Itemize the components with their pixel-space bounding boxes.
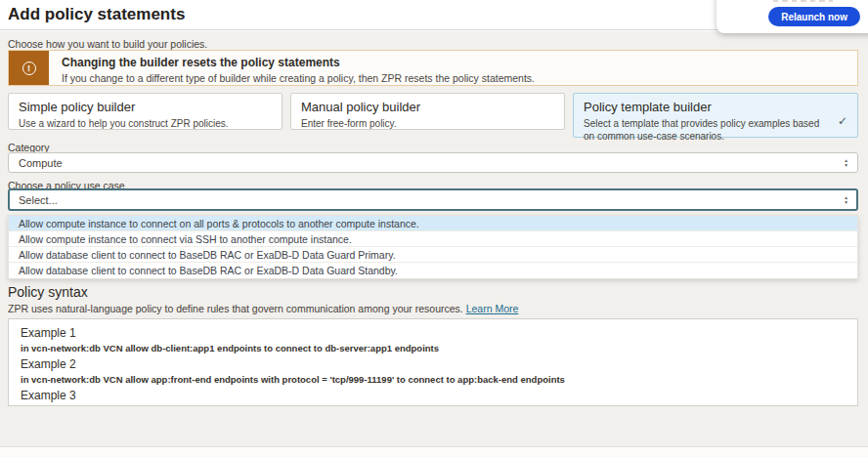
- caret-down-icon: ▾: [845, 200, 847, 205]
- warning-title: Changing the builder resets the policy s…: [62, 56, 535, 69]
- add-policy-statements-page: Add policy statements Choose how you wan…: [0, 0, 868, 457]
- check-icon: ✓: [838, 114, 847, 128]
- use-case-option-2[interactable]: Allow compute instance to connect via SS…: [9, 231, 857, 247]
- use-case-option-1[interactable]: Allow compute instance to connect on all…: [9, 216, 857, 231]
- card-simple-policy-builder[interactable]: Simple policy builder Use a wizard to he…: [8, 93, 282, 130]
- relaunch-popup: Relaunch now: [716, 0, 868, 33]
- popup-clipped-text: [773, 0, 833, 2]
- policy-syntax-description-text: ZPR uses natural-language policy to defi…: [8, 303, 463, 314]
- card-manual-policy-builder[interactable]: Manual policy builder Enter free-form po…: [290, 93, 565, 130]
- policy-examples-box: Example 1 in vcn-network:db VCN allow db…: [8, 318, 858, 406]
- card-policy-template-builder[interactable]: Policy template builder Select a templat…: [573, 93, 858, 138]
- bottom-strip: [0, 446, 868, 457]
- use-case-option-3[interactable]: Allow database client to connect to Base…: [9, 247, 857, 263]
- card-title: Simple policy builder: [19, 100, 272, 114]
- warning-icon: !: [22, 62, 36, 75]
- warning-banner: ! Changing the builder resets the policy…: [8, 50, 858, 86]
- page-title: Add policy statements: [8, 5, 185, 24]
- policy-syntax-heading: Policy syntax: [8, 284, 88, 300]
- category-select-value: Compute: [19, 157, 63, 169]
- card-description: Use a wizard to help you construct ZPR p…: [19, 118, 272, 131]
- use-case-select-placeholder: Select...: [19, 194, 58, 206]
- example-statement: in vcn-network:db VCN allow app:front-en…: [21, 374, 846, 385]
- example-label: Example 3: [21, 389, 846, 402]
- use-case-dropdown: Allow compute instance to connect on all…: [8, 215, 858, 279]
- learn-more-link[interactable]: Learn More: [466, 303, 519, 314]
- select-stepper-icon: ▴ ▾: [845, 158, 847, 167]
- example-statement: in vcn-network:db VCN allow db-client:ap…: [21, 343, 846, 353]
- use-case-option-4[interactable]: Allow database client to connect to Base…: [9, 263, 857, 278]
- builder-choice-hint: Choose how you want to build your polici…: [8, 38, 207, 50]
- relaunch-now-button[interactable]: Relaunch now: [768, 7, 860, 26]
- example-statement: in vcn-network:db VCN allow app:front-en…: [21, 405, 846, 406]
- warning-strip: !: [9, 51, 49, 85]
- select-stepper-icon: ▴ ▾: [845, 195, 847, 204]
- card-title: Manual policy builder: [301, 100, 554, 114]
- card-description: Select a template that provides policy e…: [584, 118, 847, 143]
- example-label: Example 2: [21, 357, 846, 371]
- warning-body: Changing the builder resets the policy s…: [49, 51, 547, 85]
- category-select[interactable]: Compute ▴ ▾: [8, 152, 858, 173]
- example-label: Example 1: [21, 326, 846, 340]
- card-description: Enter free-form policy.: [301, 118, 554, 131]
- policy-syntax-description: ZPR uses natural-language policy to defi…: [8, 303, 518, 314]
- caret-down-icon: ▾: [845, 163, 847, 168]
- use-case-select[interactable]: Select... ▴ ▾: [8, 188, 858, 211]
- card-title: Policy template builder: [584, 100, 847, 114]
- warning-description: If you change to a different type of bui…: [62, 72, 535, 84]
